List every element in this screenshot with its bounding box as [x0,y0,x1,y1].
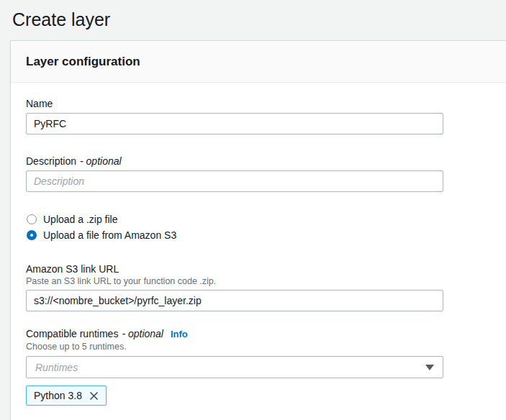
radio-upload-zip-label: Upload a .zip file [43,214,118,225]
close-icon [89,391,99,401]
card-body: Name Description - optional Upload a .zi… [11,83,506,420]
runtime-token-label: Python 3.8 [34,390,82,401]
runtimes-select[interactable]: Runtimes [26,356,443,378]
s3-url-label: Amazon S3 link URL [26,262,119,275]
chevron-down-icon [425,365,434,370]
token-dismiss-button[interactable] [89,391,99,401]
runtimes-select-placeholder: Runtimes [35,362,78,373]
radio-icon [27,230,37,240]
radio-icon [27,214,37,224]
name-input[interactable] [26,113,443,134]
runtimes-optional-suffix: - optional [122,327,163,340]
radio-upload-s3[interactable]: Upload a file from Amazon S3 [26,228,491,242]
s3-url-field: Amazon S3 link URL Paste an S3 link URL … [26,262,491,311]
radio-upload-s3-label: Upload a file from Amazon S3 [43,229,176,241]
description-input[interactable] [26,170,443,192]
layer-configuration-card: Layer configuration Name Description - o… [10,40,506,420]
runtimes-label: Compatible runtimes [26,327,118,340]
card-header: Layer configuration [11,41,506,83]
upload-type-radio-group: Upload a .zip file Upload a file from Am… [26,212,491,242]
s3-url-input[interactable] [26,290,443,311]
description-field: Description - optional [26,155,491,192]
info-link[interactable]: Info [171,328,188,341]
section-title: Layer configuration [26,53,491,70]
name-label: Name [26,97,53,110]
name-field: Name [26,97,491,134]
s3-url-help: Paste an S3 link URL to your function co… [26,275,491,287]
runtimes-field: Compatible runtimes - optional Info Choo… [26,327,491,406]
description-optional-suffix: - optional [80,155,122,168]
description-label: Description [26,155,76,168]
radio-upload-zip[interactable]: Upload a .zip file [26,212,491,227]
runtimes-help: Choose up to 5 runtimes. [26,341,491,352]
runtime-token: Python 3.8 [26,385,107,406]
page-title: Create layer [0,0,506,31]
